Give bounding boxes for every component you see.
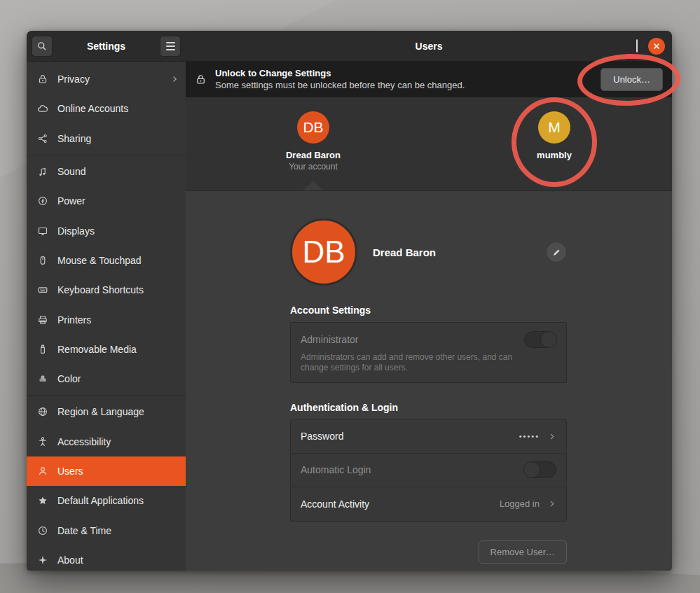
unlock-banner-title: Unlock to Change Settings <box>215 68 465 79</box>
sidebar: Settings Privacy <box>27 31 186 571</box>
sidebar-item-displays[interactable]: Displays <box>27 216 186 245</box>
administrator-description: Administrators can add and remove other … <box>301 352 525 374</box>
sidebar-item-label: Users <box>57 466 83 477</box>
password-label: Password <box>301 431 343 442</box>
sidebar-separator <box>27 155 186 155</box>
selected-user-pointer <box>303 181 323 190</box>
cloud-icon <box>36 103 48 115</box>
user-name: mumbly <box>519 150 589 160</box>
power-icon <box>36 195 48 207</box>
lock-icon <box>195 74 207 85</box>
pencil-icon <box>552 248 561 257</box>
sidebar-item-date-time[interactable]: Date & Time <box>27 515 186 545</box>
account-activity-row[interactable]: Account Activity Logged in <box>291 487 566 521</box>
keyboard-icon <box>36 284 48 296</box>
sidebar-item-default-applications[interactable]: Default Applications <box>27 486 186 515</box>
remove-user-button[interactable]: Remove User… <box>479 540 567 564</box>
sidebar-item-about[interactable]: About <box>27 545 186 571</box>
sidebar-item-keyboard-shortcuts[interactable]: Keyboard Shortcuts <box>27 275 186 305</box>
automatic-login-toggle[interactable] <box>524 461 556 478</box>
administrator-toggle[interactable] <box>524 331 556 348</box>
section-title-auth-login: Authentication & Login <box>290 402 567 413</box>
sidebar-item-label: Sharing <box>57 133 91 144</box>
sidebar-separator <box>27 395 186 396</box>
usb-drive-icon <box>36 343 48 355</box>
sidebar-item-removable-media[interactable]: Removable Media <box>27 335 186 364</box>
person-icon <box>36 466 48 477</box>
user-carousel: DB Dread Baron Your account M mumbly <box>186 97 672 191</box>
sidebar-item-mouse-touchpad[interactable]: Mouse & Touchpad <box>27 246 186 275</box>
avatar: DB <box>297 111 329 144</box>
color-circles-icon <box>36 373 48 385</box>
share-nodes-icon <box>36 132 48 144</box>
unlock-banner: Unlock to Change Settings Some settings … <box>186 62 672 97</box>
automatic-login-row: Automatic Login <box>291 454 566 487</box>
settings-window: Settings Privacy <box>27 31 672 571</box>
chevron-right-icon <box>547 432 556 441</box>
accessibility-person-icon <box>36 435 48 447</box>
unlock-button[interactable]: Unlock… <box>601 68 663 91</box>
sidebar-item-power[interactable]: Power <box>27 186 186 216</box>
search-icon <box>36 41 48 52</box>
sidebar-item-region-language[interactable]: Region & Language <box>27 397 186 426</box>
sidebar-item-privacy[interactable]: Privacy <box>27 64 186 94</box>
close-button[interactable] <box>648 38 665 55</box>
user-mumbly[interactable]: M mumbly <box>519 111 589 160</box>
maximize-button[interactable] <box>636 40 638 53</box>
mouse-icon <box>36 254 48 266</box>
clock-icon <box>36 524 48 536</box>
sidebar-title: Settings <box>53 41 160 52</box>
sidebar-item-printers[interactable]: Printers <box>27 305 186 334</box>
sidebar-item-color[interactable]: Color <box>27 364 186 393</box>
sidebar-item-label: Removable Media <box>57 344 137 355</box>
account-activity-label: Account Activity <box>301 498 369 510</box>
user-dread-baron[interactable]: DB Dread Baron Your account <box>264 111 362 172</box>
chevron-right-icon <box>170 75 179 83</box>
printer-icon <box>36 314 48 326</box>
sidebar-item-accessibility[interactable]: Accessibility <box>27 427 186 456</box>
search-button[interactable] <box>32 36 53 57</box>
auth-login-card: Password ••••• Automatic Login A <box>290 419 567 522</box>
globe-icon <box>36 406 48 418</box>
sparkle-icon <box>36 554 48 566</box>
sidebar-item-users[interactable]: Users <box>27 456 186 486</box>
sidebar-item-label: Power <box>57 195 85 207</box>
star-icon <box>36 495 48 507</box>
sidebar-list: Privacy Online Accounts <box>27 62 186 571</box>
sidebar-item-label: Color <box>57 373 81 384</box>
sidebar-headerbar: Settings <box>27 31 186 62</box>
maximize-icon <box>636 39 638 53</box>
lock-icon <box>36 74 48 85</box>
avatar[interactable]: DB <box>290 218 357 286</box>
sidebar-item-label: Privacy <box>57 74 90 85</box>
password-dots: ••••• <box>519 432 540 440</box>
sidebar-item-label: Displays <box>57 225 95 237</box>
sidebar-item-label: Default Applications <box>57 495 144 506</box>
administrator-label: Administrator <box>301 334 358 345</box>
profile-row: DB Dread Baron <box>290 218 567 286</box>
toggle-knob <box>523 461 540 478</box>
edit-name-button[interactable] <box>546 242 567 263</box>
account-settings-card: Administrator Administrators can add and… <box>290 322 567 383</box>
sidebar-item-label: Sound <box>57 166 85 177</box>
sidebar-item-sound[interactable]: Sound <box>27 157 186 186</box>
user-details: DB Dread Baron Account Settings <box>186 191 672 571</box>
user-subtitle: Your account <box>264 162 362 172</box>
sidebar-item-label: Keyboard Shortcuts <box>57 284 144 295</box>
sidebar-item-online-accounts[interactable]: Online Accounts <box>27 94 186 123</box>
sidebar-item-label: Region & Language <box>57 406 144 417</box>
music-note-icon <box>36 166 48 178</box>
automatic-login-label: Automatic Login <box>301 464 371 475</box>
window-controls <box>626 38 672 55</box>
administrator-row: Administrator Administrators can add and… <box>291 323 566 382</box>
sidebar-item-sharing[interactable]: Sharing <box>27 124 186 153</box>
user-name: Dread Baron <box>264 150 362 160</box>
sidebar-item-label: Online Accounts <box>57 103 128 114</box>
menu-button[interactable] <box>160 36 181 57</box>
sidebar-item-label: Mouse & Touchpad <box>57 255 142 266</box>
display-icon <box>36 225 48 237</box>
sidebar-item-label: About <box>57 554 83 566</box>
password-row[interactable]: Password ••••• <box>291 420 566 454</box>
sidebar-item-label: Accessibility <box>57 436 111 447</box>
avatar: M <box>538 111 570 144</box>
